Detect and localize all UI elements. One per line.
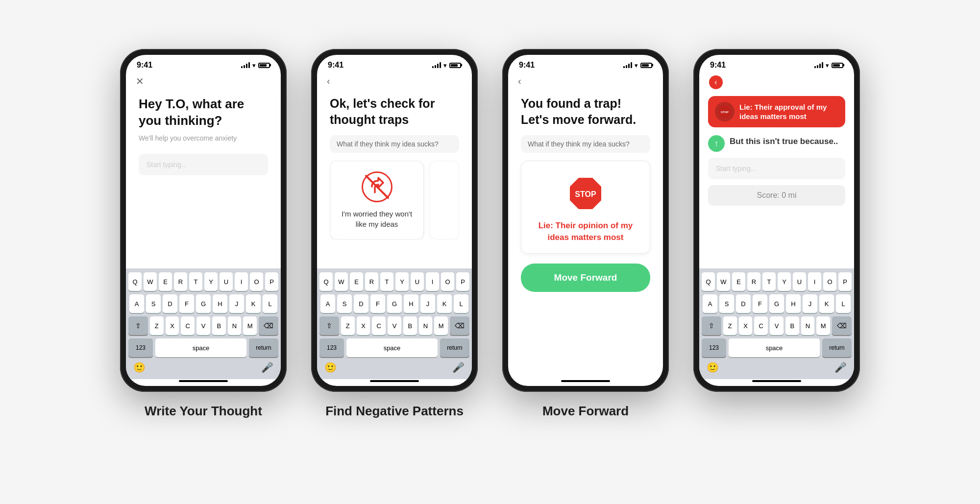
key-e[interactable]: E: [159, 272, 172, 291]
key-a[interactable]: A: [129, 294, 144, 313]
phone-1-screen: 9:41 ▾: [126, 55, 281, 386]
screen1-subtitle: We'll help you overcome anxiety: [139, 134, 268, 142]
stop-badge-4: STOP: [715, 102, 735, 121]
key-k[interactable]: K: [246, 294, 261, 313]
home-indicator-3: [561, 380, 610, 382]
time-4: 9:41: [710, 61, 726, 70]
key-t[interactable]: T: [189, 272, 202, 291]
back-icon-4[interactable]: ‹: [709, 75, 723, 89]
key-d[interactable]: D: [163, 294, 177, 313]
phone-3-wrapper: 9:41 ▾: [502, 49, 669, 419]
emoji-icon-1[interactable]: 🙂: [133, 361, 146, 373]
phone-1: 9:41 ▾: [120, 49, 287, 392]
caption-1: Write Your Thought: [145, 404, 262, 419]
typing-area-4[interactable]: Start typing...: [708, 158, 845, 179]
home-indicator-4: [752, 380, 801, 382]
status-bar-4: 9:41 ▾: [699, 55, 854, 72]
key-c[interactable]: C: [181, 316, 195, 335]
key-r[interactable]: R: [174, 272, 187, 291]
screen1-title: Hey T.O, what are you thinking?: [139, 96, 268, 129]
caption-2: Find Negative Patterns: [325, 404, 464, 419]
stop-card-3: STOP Lie: Their opinion of my ideas matt…: [521, 161, 650, 254]
key-z[interactable]: Z: [150, 316, 164, 335]
phone-3: 9:41 ▾: [502, 49, 669, 392]
key-y[interactable]: Y: [204, 272, 218, 291]
thought-chip-2: What if they think my idea sucks?: [330, 135, 459, 153]
lie-text-3: Lie: Their opinion of my ideas matters m…: [531, 220, 640, 243]
no-turn-icon: [361, 171, 393, 203]
phone-2-wrapper: 9:41 ▾: [311, 49, 478, 419]
keyboard-4: Q W E R T Y U I O P: [699, 268, 854, 379]
lie-banner-text-4: Lie: Their approval of my ideas matters …: [739, 102, 838, 121]
key-x[interactable]: X: [166, 316, 179, 335]
time-3: 9:41: [519, 61, 535, 70]
nav-1: ✕: [126, 72, 281, 91]
phone-4-wrapper: 9:41 ▾: [693, 49, 860, 419]
key-f[interactable]: F: [179, 294, 194, 313]
svg-text:STOP: STOP: [575, 190, 596, 198]
phone-3-screen: 9:41 ▾: [508, 55, 663, 386]
screen2-title: Ok, let's check for thought traps: [330, 96, 459, 127]
nav-2: ‹: [317, 72, 472, 91]
status-bar-3: 9:41 ▾: [508, 55, 663, 72]
mic-icon-1[interactable]: 🎤: [261, 361, 273, 373]
back-icon-2[interactable]: ‹: [327, 75, 330, 86]
screen3-title: You found a trap! Let's move forward.: [521, 96, 650, 127]
nav-4: ‹: [699, 72, 854, 93]
card-text-2: I'm worried they won't like my ideas: [338, 209, 416, 229]
key-b[interactable]: B: [212, 316, 226, 335]
caption-3: Move Forward: [542, 404, 629, 419]
keyboard-1: Q W E R T Y U I O P: [126, 268, 281, 379]
phone-4: 9:41 ▾: [693, 49, 860, 392]
key-n[interactable]: N: [228, 316, 242, 335]
key-q[interactable]: Q: [128, 272, 142, 291]
move-forward-btn-3[interactable]: Move Forward: [521, 264, 650, 292]
back-icon-3[interactable]: ‹: [518, 75, 521, 86]
key-w[interactable]: W: [144, 272, 157, 291]
key-u[interactable]: U: [220, 272, 233, 291]
key-p[interactable]: P: [265, 272, 278, 291]
home-indicator-2: [370, 380, 419, 382]
up-arrow-badge-4: ↑: [708, 135, 725, 152]
key-o[interactable]: O: [250, 272, 263, 291]
thought-chip-3: What if they think my idea sucks?: [521, 135, 650, 153]
truth-label-4: But this isn't true because..: [730, 133, 838, 147]
key-i[interactable]: I: [235, 272, 248, 291]
trap-card-2b[interactable]: [430, 161, 459, 240]
key-j[interactable]: J: [229, 294, 244, 313]
time-2: 9:41: [328, 61, 343, 70]
delete-key-1[interactable]: ⌫: [259, 316, 278, 335]
nav-3: ‹: [508, 72, 663, 91]
key-l[interactable]: L: [263, 294, 277, 313]
close-icon-1[interactable]: ✕: [136, 76, 144, 87]
key-s[interactable]: S: [146, 294, 161, 313]
phone-2: 9:41 ▾: [311, 49, 478, 392]
key-v[interactable]: V: [196, 316, 210, 335]
key-m[interactable]: M: [243, 316, 257, 335]
key-123-1[interactable]: 123: [128, 338, 153, 357]
thought-input-1[interactable]: Start typing...: [139, 154, 268, 175]
key-h[interactable]: H: [213, 294, 227, 313]
trap-card-2[interactable]: I'm worried they won't like my ideas: [330, 161, 424, 240]
home-indicator-1: [179, 380, 228, 382]
svg-text:STOP: STOP: [721, 111, 729, 114]
time-1: 9:41: [137, 61, 152, 70]
phone-1-wrapper: 9:41 ▾: [120, 49, 287, 419]
return-key-1[interactable]: return: [249, 338, 278, 357]
key-g[interactable]: G: [196, 294, 211, 313]
stop-sign-3: STOP: [566, 174, 605, 213]
shift-key-1[interactable]: ⇧: [128, 316, 148, 335]
phone-2-screen: 9:41 ▾: [317, 55, 472, 386]
space-key-1[interactable]: space: [155, 338, 246, 357]
status-bar-1: 9:41 ▾: [126, 55, 281, 72]
keyboard-2: Q W E R T Y U I O P: [317, 268, 472, 379]
lie-banner-4: STOP Lie: Their approval of my ideas mat…: [708, 96, 845, 127]
phone-4-screen: 9:41 ▾: [699, 55, 854, 386]
score-area-4: Score: 0 mi: [708, 185, 845, 206]
status-bar-2: 9:41 ▾: [317, 55, 472, 72]
